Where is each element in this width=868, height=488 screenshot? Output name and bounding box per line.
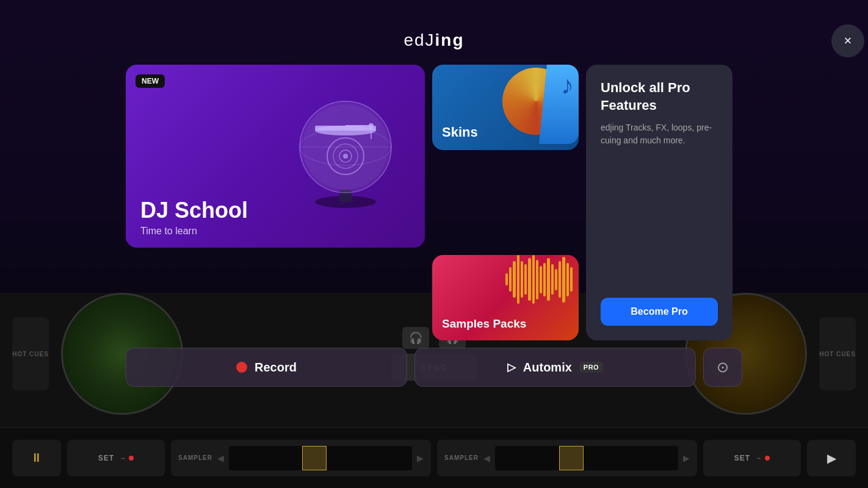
samples-image — [505, 261, 573, 316]
pause-button[interactable]: ⏸ — [12, 440, 61, 476]
waveform-playhead-left — [302, 446, 327, 470]
dj-globe-illustration — [278, 77, 413, 223]
sampler-area-left: SAMPLER ◀ ▶ — [171, 440, 431, 476]
play-button-right[interactable]: ▶ — [807, 440, 856, 476]
bottom-bar: ⏸ SET → SAMPLER ◀ ▶ SAMPLER ◀ ▶ SET → — [0, 427, 868, 488]
waveform-icon — [505, 261, 573, 298]
pro-tag: PRO — [579, 362, 603, 373]
action-row: Record ▷ Automix PRO ⊙ — [126, 348, 742, 387]
waveform-bar — [505, 273, 508, 285]
svg-point-12 — [343, 154, 348, 159]
pro-description: edjing Tracks, FX, loops, pre-cuing and … — [601, 121, 718, 147]
set-button-right[interactable]: SET → — [703, 440, 801, 476]
hot-cues-left: HOT CUES — [12, 317, 49, 390]
samples-packs-card[interactable]: Samples Packs — [432, 255, 579, 340]
skins-card[interactable]: ♪ Skins — [432, 65, 579, 150]
close-button[interactable]: × — [831, 24, 864, 57]
waveform-right — [495, 446, 678, 470]
waveform-bar — [521, 261, 523, 298]
svg-rect-5 — [315, 126, 376, 131]
record-button[interactable]: Record — [126, 348, 407, 387]
become-pro-button[interactable]: Become Pro — [601, 298, 718, 326]
skins-image: ♪ — [499, 65, 579, 144]
sampler-arrow-right2[interactable]: ▶ — [683, 453, 690, 463]
app-title: edJing — [126, 30, 742, 50]
settings-icon: ⊙ — [717, 359, 729, 376]
waveform-bar — [536, 260, 538, 300]
waveform-bar — [532, 255, 535, 304]
sampler-arrow-right[interactable]: ◀ — [483, 453, 490, 463]
automix-button[interactable]: ▷ Automix PRO — [414, 348, 696, 387]
waveform-bar — [570, 267, 573, 292]
waveform-left — [229, 446, 412, 470]
sampler-area-right: SAMPLER ◀ ▶ — [437, 440, 697, 476]
waveform-bar — [562, 257, 565, 303]
settings-button[interactable]: ⊙ — [703, 348, 742, 387]
dj-school-title: DJ School — [140, 198, 248, 223]
waveform-bar — [517, 255, 519, 304]
waveform-bar — [559, 261, 561, 298]
title-text: edJing — [403, 30, 464, 49]
waveform-bar — [551, 264, 554, 295]
waveform-bar — [528, 258, 530, 301]
dj-school-card[interactable]: NEW — [126, 65, 425, 248]
skins-title: Skins — [442, 124, 478, 140]
record-dot-icon — [236, 362, 247, 373]
cards-grid: NEW — [126, 65, 742, 340]
set-button-left[interactable]: SET → — [67, 440, 165, 476]
waveform-playhead-right — [559, 446, 584, 470]
sampler-arrow-right-left[interactable]: ▶ — [417, 453, 424, 463]
svg-point-7 — [369, 123, 374, 128]
arrow-dot-left: → — [119, 454, 134, 462]
waveform-bar — [509, 267, 512, 292]
main-modal: edJing × NEW — [126, 30, 742, 387]
sampler-arrow-left[interactable]: ◀ — [217, 453, 224, 463]
waveform-bar — [547, 258, 549, 301]
pro-title: Unlock all Pro Features — [601, 79, 718, 114]
waveform-bar — [566, 263, 569, 296]
waveform-bar — [543, 263, 546, 296]
waveform-bar — [555, 269, 557, 290]
new-badge: NEW — [136, 74, 165, 88]
waveform-bar — [524, 264, 527, 295]
waveform-bar — [540, 266, 542, 293]
hot-cues-right: HOT CUES — [819, 317, 856, 390]
pro-card[interactable]: Unlock all Pro Features edjing Tracks, F… — [586, 65, 732, 340]
arrow-dot-right: → — [755, 454, 770, 462]
dj-school-subtitle: Time to learn — [140, 226, 197, 237]
waveform-bar — [513, 261, 515, 298]
samples-packs-title: Samples Packs — [442, 317, 526, 331]
play-arrow-icon: ▷ — [507, 361, 516, 374]
